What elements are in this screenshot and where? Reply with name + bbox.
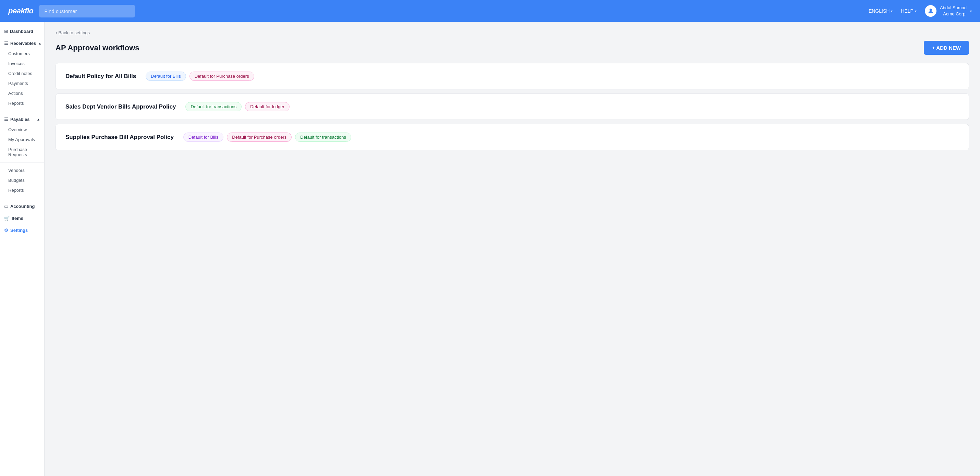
chevron-down-icon: ▾	[970, 9, 972, 13]
sidebar-item-items[interactable]: 🛒 Items	[0, 213, 44, 224]
sidebar-item-settings[interactable]: ⚙ Settings	[0, 225, 44, 236]
sidebar-divider-2	[0, 162, 44, 163]
policy-badge: Default for transactions	[295, 133, 351, 142]
sidebar-items-section: 🛒 Items	[0, 213, 44, 224]
sidebar-payables-section: ☰ Payables ▲ Overview My Approvals Purch…	[0, 114, 44, 160]
header-right: ENGLISH ▾ HELP ▾ Abdul Samad Acme Corp. …	[869, 5, 972, 17]
policy-cards-list: Default Policy for All BillsDefault for …	[56, 63, 969, 150]
settings-icon: ⚙	[4, 228, 8, 233]
back-to-settings-link[interactable]: ‹ Back to settings	[56, 30, 969, 35]
user-info: Abdul Samad Acme Corp.	[940, 5, 967, 17]
sidebar-item-accounting[interactable]: ▭ Accounting	[0, 201, 44, 212]
policy-badges: Default for transactionsDefault for ledg…	[185, 102, 289, 111]
grid-icon: ⊞	[4, 29, 8, 34]
sidebar-item-reports-payables[interactable]: Reports	[0, 185, 44, 195]
page-header: AP Approval workflows + ADD NEW	[56, 41, 969, 55]
svg-point-0	[930, 9, 932, 11]
avatar	[925, 5, 937, 17]
policy-badge: Default for Purchase orders	[227, 133, 291, 142]
sidebar-item-vendors[interactable]: Vendors	[0, 165, 44, 175]
policy-badge: Default for Purchase orders	[189, 71, 254, 81]
sidebar-item-purchase-requests[interactable]: Purchase Requests	[0, 144, 44, 160]
chevron-down-icon: ▾	[915, 9, 916, 13]
policy-badge: Default for transactions	[185, 102, 242, 111]
sidebar-item-budgets[interactable]: Budgets	[0, 175, 44, 185]
policy-card[interactable]: Sales Dept Vendor Bills Approval PolicyD…	[56, 94, 969, 120]
chevron-down-icon: ▾	[891, 9, 892, 13]
policy-name: Default Policy for All Bills	[65, 73, 136, 80]
sidebar-receivables-header[interactable]: ☰ Receivables ▲	[0, 38, 44, 49]
chevron-up-icon: ▲	[37, 117, 40, 121]
app-logo: peakflo	[8, 6, 33, 16]
sidebar-settings-section: ⚙ Settings	[0, 225, 44, 236]
policy-card[interactable]: Default Policy for All BillsDefault for …	[56, 63, 969, 89]
chevron-left-icon: ‹	[56, 30, 57, 35]
policy-badge: Default for Bills	[146, 71, 186, 81]
policy-badge: Default for ledger	[245, 102, 290, 111]
sidebar-receivables-section: ☰ Receivables ▲ Customers Invoices Credi…	[0, 38, 44, 108]
sidebar-dashboard-section: ⊞ Dashboard	[0, 26, 44, 36]
main-content: ‹ Back to settings AP Approval workflows…	[45, 22, 980, 476]
help-selector[interactable]: HELP ▾	[901, 8, 916, 14]
policy-badges: Default for BillsDefault for Purchase or…	[183, 133, 351, 142]
policy-badges: Default for BillsDefault for Purchase or…	[146, 71, 254, 81]
sidebar-item-my-approvals[interactable]: My Approvals	[0, 135, 44, 144]
search-input[interactable]	[39, 5, 135, 17]
sidebar-item-overview[interactable]: Overview	[0, 125, 44, 135]
sidebar: ⊞ Dashboard ☰ Receivables ▲ Customers In…	[0, 22, 45, 476]
sidebar-item-dashboard[interactable]: ⊞ Dashboard	[0, 26, 44, 36]
policy-badge: Default for Bills	[183, 133, 223, 142]
policy-card[interactable]: Supplies Purchase Bill Approval PolicyDe…	[56, 124, 969, 150]
app-header: peakflo ENGLISH ▾ HELP ▾ Abdul Samad Acm…	[0, 0, 980, 22]
language-selector[interactable]: ENGLISH ▾	[869, 8, 892, 14]
sidebar-item-invoices[interactable]: Invoices	[0, 59, 44, 68]
payables-icon: ☰	[4, 117, 8, 122]
sidebar-divider	[0, 111, 44, 111]
sidebar-item-reports-receivables[interactable]: Reports	[0, 98, 44, 108]
items-icon: 🛒	[4, 216, 10, 221]
sidebar-item-credit-notes[interactable]: Credit notes	[0, 68, 44, 78]
sidebar-accounting-section: ▭ Accounting	[0, 201, 44, 212]
page-title: AP Approval workflows	[56, 43, 140, 52]
app-body: ⊞ Dashboard ☰ Receivables ▲ Customers In…	[0, 22, 980, 476]
chevron-up-icon: ▲	[38, 41, 41, 45]
sidebar-item-customers[interactable]: Customers	[0, 49, 44, 59]
sidebar-payables-bottom-section: Vendors Budgets Reports	[0, 165, 44, 195]
sidebar-payables-header[interactable]: ☰ Payables ▲	[0, 114, 44, 125]
sidebar-item-payments[interactable]: Payments	[0, 78, 44, 88]
receivables-icon: ☰	[4, 41, 8, 46]
sidebar-divider-3	[0, 198, 44, 198]
user-menu[interactable]: Abdul Samad Acme Corp. ▾	[925, 5, 972, 17]
sidebar-item-actions[interactable]: Actions	[0, 88, 44, 98]
accounting-icon: ▭	[4, 204, 8, 209]
policy-name: Supplies Purchase Bill Approval Policy	[65, 134, 174, 141]
policy-name: Sales Dept Vendor Bills Approval Policy	[65, 103, 176, 110]
add-new-button[interactable]: + ADD NEW	[924, 41, 969, 55]
